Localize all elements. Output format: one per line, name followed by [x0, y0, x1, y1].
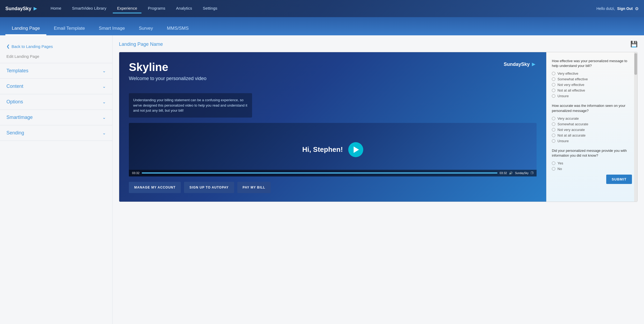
landing-page-name[interactable]: Landing Page Name: [119, 42, 163, 47]
sidebar-item-smartimage[interactable]: SmartImage ⌄: [0, 110, 112, 125]
chevron-down-icon: ⌄: [102, 99, 106, 104]
preview-inner: Skyline Welcome to your personalized vid…: [119, 52, 637, 202]
sidebar: ❮ Back to Landing Pages Edit Landing Pag…: [0, 35, 113, 324]
submit-button[interactable]: SUBMIT: [606, 175, 632, 184]
pay-bill-button[interactable]: PAY MY BILL: [237, 182, 271, 193]
radio-yes[interactable]: [552, 161, 555, 165]
preview-buttons: MANAGE MY ACCOUNT SIGN UP TO AUTOPAY PAY…: [129, 182, 537, 193]
radio-no[interactable]: [552, 167, 555, 171]
radio-not-at-all-accurate[interactable]: [552, 134, 555, 137]
back-arrow-icon: ❮: [6, 44, 10, 49]
back-to-landing-pages[interactable]: ❮ Back to Landing Pages: [0, 41, 112, 52]
nav-experience[interactable]: Experience: [113, 4, 141, 13]
logo-arrow-icon: ►: [531, 61, 537, 68]
radio-very-effective[interactable]: [552, 72, 555, 75]
radio-somewhat-accurate[interactable]: [552, 122, 555, 126]
fullscreen-icon[interactable]: ❐: [531, 171, 533, 175]
survey-section-3: Did your personalized message provide yo…: [552, 148, 632, 171]
chevron-down-icon: ⌄: [102, 115, 106, 120]
chevron-down-icon: ⌄: [102, 84, 106, 89]
radio-not-very-effective[interactable]: [552, 83, 555, 86]
sidebar-edit-title: Edit Landing Page: [0, 52, 112, 63]
video-time-total: 03:32: [500, 171, 507, 175]
preview-subtitle: Welcome to your personalized video: [129, 76, 207, 81]
survey-option-3-1[interactable]: Yes: [552, 161, 632, 165]
preview-header-row: Skyline Welcome to your personalized vid…: [129, 61, 537, 88]
radio-somewhat-effective[interactable]: [552, 77, 555, 81]
survey-option-2-2[interactable]: Somewhat accurate: [552, 122, 632, 126]
preview-title: Skyline: [129, 61, 207, 74]
preview-logo: SundaySky ►: [504, 61, 537, 68]
survey-option-1-1[interactable]: Very effective: [552, 71, 632, 76]
video-controls-bar: 03:32 03:32 🔊 SundaySky ❐: [129, 170, 537, 176]
user-area: Hello dutzi, Sign Out ⚙: [596, 6, 639, 11]
tab-landing-page[interactable]: Landing Page: [5, 22, 46, 35]
manage-account-button[interactable]: MANAGE MY ACCOUNT: [129, 182, 181, 193]
sundaysky-watermark: SundaySky: [515, 172, 529, 175]
top-nav: SundaySky ► Home SmartVideo Library Expe…: [0, 0, 644, 17]
survey-option-1-5[interactable]: Unsure: [552, 94, 632, 98]
tab-mms-sms[interactable]: MMS/SMS: [160, 22, 195, 35]
content-header: Landing Page Name 💾: [119, 41, 638, 48]
nav-analytics[interactable]: Analytics: [172, 4, 196, 13]
survey-option-2-4[interactable]: Not at all accurate: [552, 133, 632, 137]
sidebar-item-options[interactable]: Options ⌄: [0, 94, 112, 110]
logo: SundaySky ►: [5, 5, 38, 12]
tab-smart-image[interactable]: Smart Image: [92, 22, 131, 35]
preview-right: How effective was your personalized mess…: [546, 52, 637, 202]
nav-programs[interactable]: Programs: [144, 4, 170, 13]
autopay-button[interactable]: SIGN UP TO AUTOPAY: [184, 182, 234, 193]
volume-icon[interactable]: 🔊: [509, 171, 513, 175]
sidebar-item-sending[interactable]: Sending ⌄: [0, 125, 112, 141]
video-controls: 03:32 03:32 🔊 SundaySky ❐: [129, 170, 537, 176]
survey-option-1-4[interactable]: Not at all effective: [552, 88, 632, 92]
preview-frame: Skyline Welcome to your personalized vid…: [119, 52, 638, 202]
settings-icon[interactable]: ⚙: [635, 6, 639, 11]
scrollbar[interactable]: [634, 52, 637, 202]
video-progress-bar[interactable]: [142, 172, 497, 174]
video-content: Hi, Stephen!: [302, 142, 363, 157]
survey-question-3: Did your personalized message provide yo…: [552, 148, 632, 158]
chevron-down-icon: ⌄: [102, 130, 106, 135]
video-thumbnail[interactable]: Hi, Stephen! 03:32 03:32 🔊 SundaySky ❐: [129, 123, 537, 176]
survey-section-2: How accurate was the information seen on…: [552, 103, 632, 143]
video-time-elapsed: 03:32: [132, 171, 140, 175]
chevron-down-icon: ⌄: [102, 68, 106, 73]
survey-question-2: How accurate was the information seen on…: [552, 103, 632, 113]
radio-unsure-1[interactable]: [552, 94, 555, 98]
survey-section-1: How effective was your personalized mess…: [552, 59, 632, 98]
user-greeting: Hello dutzi,: [596, 6, 615, 11]
preview-left: Skyline Welcome to your personalized vid…: [119, 52, 546, 202]
sub-nav: Landing Page Email Template Smart Image …: [0, 17, 644, 35]
survey-option-3-2[interactable]: No: [552, 167, 632, 171]
radio-unsure-2[interactable]: [552, 139, 555, 143]
video-greeting: Hi, Stephen!: [302, 145, 343, 154]
nav-smartvideo[interactable]: SmartVideo Library: [68, 4, 111, 13]
survey-option-2-1[interactable]: Very accurate: [552, 116, 632, 120]
nav-home[interactable]: Home: [46, 4, 66, 13]
radio-not-at-all-effective[interactable]: [552, 89, 555, 92]
radio-very-accurate[interactable]: [552, 117, 555, 120]
survey-option-2-5[interactable]: Unsure: [552, 139, 632, 143]
tab-email-template[interactable]: Email Template: [47, 22, 91, 35]
sign-out-link[interactable]: Sign Out: [617, 6, 633, 11]
tab-survey[interactable]: Survey: [132, 22, 159, 35]
main-layout: ❮ Back to Landing Pages Edit Landing Pag…: [0, 35, 644, 324]
preview-title-area: Skyline Welcome to your personalized vid…: [129, 61, 207, 88]
sidebar-item-content[interactable]: Content ⌄: [0, 79, 112, 94]
preview-description: Understanding your billing statement can…: [129, 93, 252, 118]
play-button[interactable]: [348, 142, 363, 157]
survey-option-1-3[interactable]: Not very effective: [552, 83, 632, 87]
scrollbar-thumb: [634, 53, 637, 75]
nav-settings[interactable]: Settings: [199, 4, 222, 13]
survey-question-1: How effective was your personalized mess…: [552, 59, 632, 68]
survey-option-2-3[interactable]: Not very accurate: [552, 128, 632, 132]
radio-not-very-accurate[interactable]: [552, 128, 555, 131]
sidebar-item-templates[interactable]: Templates ⌄: [0, 63, 112, 79]
logo-icon: ►: [32, 5, 38, 12]
logo-text: SundaySky: [5, 6, 31, 12]
content-area: Landing Page Name 💾 Skyline Welcome to y…: [113, 35, 644, 324]
save-icon[interactable]: 💾: [630, 41, 638, 48]
nav-links: Home SmartVideo Library Experience Progr…: [46, 4, 597, 13]
survey-option-1-2[interactable]: Somewhat effective: [552, 77, 632, 81]
